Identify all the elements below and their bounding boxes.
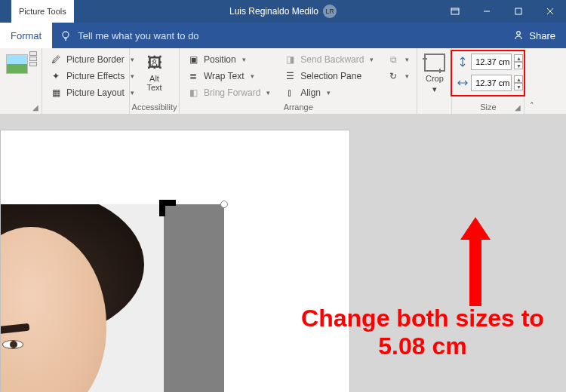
tab-format[interactable]: Format bbox=[0, 23, 52, 48]
bring-forward-icon: ◧ bbox=[187, 87, 199, 99]
share-icon bbox=[512, 29, 524, 41]
picture-effects-button[interactable]: ✦ Picture Effects ▾ bbox=[47, 69, 137, 83]
wrap-text-icon: ≣ bbox=[187, 70, 199, 82]
ribbon-tab-strip: Format Tell me what you want to do Share bbox=[0, 23, 566, 48]
chevron-down-icon: ▾ bbox=[266, 89, 270, 96]
crop-shade bbox=[164, 204, 224, 392]
chevron-down-icon: ▾ bbox=[405, 72, 409, 80]
crop-handle-top[interactable] bbox=[159, 200, 165, 216]
size-dialog-launcher[interactable]: ◢ bbox=[515, 103, 521, 112]
send-backward-button[interactable]: ◨ Send Backward ▾ bbox=[281, 53, 377, 66]
height-spin-down[interactable]: ▼ bbox=[514, 62, 523, 69]
selection-pane-label: Selection Pane bbox=[300, 71, 361, 81]
crop-button[interactable]: Crop ▾ bbox=[420, 51, 449, 95]
row-up-icon bbox=[29, 51, 37, 56]
crop-icon bbox=[423, 53, 446, 72]
selection-pane-button[interactable]: ☰ Selection Pane bbox=[281, 69, 377, 83]
group-title-accessibility: Accessibility bbox=[134, 100, 174, 114]
width-control: ▲ ▼ bbox=[457, 75, 523, 91]
selected-picture[interactable] bbox=[1, 204, 224, 392]
width-input[interactable] bbox=[471, 75, 512, 91]
position-label: Position bbox=[204, 54, 236, 65]
picture-content bbox=[1, 204, 164, 392]
document-area: Change both sizes to 5.08 cm bbox=[0, 115, 566, 392]
picture-effects-label: Picture Effects bbox=[66, 71, 125, 81]
height-icon bbox=[457, 56, 469, 68]
height-spin-up[interactable]: ▲ bbox=[514, 54, 523, 62]
send-backward-label: Send Backward bbox=[300, 54, 364, 65]
send-backward-icon: ◨ bbox=[284, 54, 296, 66]
ribbon-display-options-button[interactable] bbox=[439, 0, 471, 23]
alt-text-icon: 🖼 bbox=[143, 53, 166, 72]
minimize-button[interactable] bbox=[471, 0, 503, 23]
align-icon: ⫿ bbox=[284, 87, 296, 99]
document-user-name: Luis Reginaldo Medilo bbox=[229, 6, 318, 17]
maximize-button[interactable] bbox=[503, 0, 534, 23]
width-spin-down[interactable]: ▼ bbox=[514, 83, 523, 90]
height-control: ▲ ▼ bbox=[457, 54, 523, 70]
group-crop: Crop ▾ bbox=[417, 48, 452, 114]
position-button[interactable]: ▣ Position ▾ bbox=[184, 53, 273, 66]
context-tab-picture-tools: Picture Tools bbox=[11, 0, 74, 23]
selection-pane-icon: ☰ bbox=[284, 70, 296, 82]
alt-text-label: Alt Text bbox=[146, 74, 161, 92]
alt-text-button[interactable]: 🖼 Alt Text bbox=[140, 51, 169, 93]
picture-layout-label: Picture Layout bbox=[66, 87, 125, 98]
svg-point-9 bbox=[517, 32, 521, 35]
more-icon bbox=[29, 62, 37, 66]
picture-layout-button[interactable]: ▦ Picture Layout ▾ bbox=[47, 86, 137, 100]
height-input[interactable] bbox=[471, 54, 512, 70]
svg-rect-3 bbox=[515, 8, 521, 14]
picture-styles-more-button[interactable] bbox=[29, 51, 37, 66]
close-button[interactable] bbox=[534, 0, 566, 23]
picture-style-preset[interactable] bbox=[6, 54, 28, 74]
picture-border-button[interactable]: 🖉 Picture Border ▾ bbox=[47, 53, 137, 66]
lightbulb-icon bbox=[60, 29, 72, 41]
user-avatar[interactable]: LR bbox=[323, 5, 337, 18]
wrap-text-label: Wrap Text bbox=[204, 71, 245, 81]
group-picture-border-effects: 🖉 Picture Border ▾ ✦ Picture Effects ▾ ▦… bbox=[42, 48, 130, 114]
group-accessibility: 🖼 Alt Text Accessibility bbox=[130, 48, 180, 114]
rotate-icon: ↻ bbox=[387, 70, 399, 82]
bring-forward-button[interactable]: ◧ Bring Forward ▾ bbox=[184, 86, 273, 100]
window-controls bbox=[439, 0, 566, 23]
bring-forward-label: Bring Forward bbox=[204, 87, 260, 98]
svg-point-6 bbox=[63, 32, 69, 38]
picture-layout-icon: ▦ bbox=[50, 87, 62, 99]
chevron-down-icon: ▾ bbox=[405, 56, 409, 63]
annotation-arrow bbox=[463, 217, 488, 306]
chevron-down-icon: ▾ bbox=[251, 72, 254, 80]
ribbon: ◢ 🖉 Picture Border ▾ ✦ Picture Effects ▾… bbox=[0, 48, 566, 115]
dialog-launcher-icon[interactable]: ◢ bbox=[32, 103, 38, 112]
selection-handle[interactable] bbox=[220, 201, 228, 208]
group-title-arrange: Arrange bbox=[184, 100, 412, 114]
group-icon: ⧉ bbox=[387, 54, 399, 66]
share-button[interactable]: Share bbox=[502, 23, 566, 48]
picture-border-icon: 🖉 bbox=[50, 54, 62, 66]
group-arrange: ▣ Position ▾ ≣ Wrap Text ▾ ◧ Bring Forwa… bbox=[180, 48, 417, 114]
chevron-down-icon: ▾ bbox=[370, 56, 374, 63]
group-size: ▲ ▼ ▲ ▼ Size ◢ bbox=[452, 48, 524, 114]
picture-effects-icon: ✦ bbox=[50, 70, 62, 82]
collapse-ribbon-button[interactable]: ˄ bbox=[524, 48, 540, 114]
chevron-down-icon: ▾ bbox=[327, 89, 331, 96]
crop-label: Crop bbox=[426, 74, 444, 83]
width-spin-up[interactable]: ▲ bbox=[514, 75, 523, 83]
annotation-text: Change both sizes to 5.08 cm bbox=[279, 305, 566, 360]
tell-me-search[interactable]: Tell me what you want to do bbox=[52, 23, 206, 48]
share-label: Share bbox=[529, 30, 555, 41]
align-label: Align bbox=[300, 87, 321, 98]
wrap-text-button[interactable]: ≣ Wrap Text ▾ bbox=[184, 69, 273, 83]
picture-border-label: Picture Border bbox=[66, 54, 125, 65]
chevron-down-icon: ▾ bbox=[432, 84, 437, 93]
row-down-icon bbox=[29, 57, 37, 61]
tell-me-placeholder: Tell me what you want to do bbox=[78, 30, 198, 41]
title-bar: Picture Tools Luis Reginaldo Medilo LR bbox=[0, 0, 566, 23]
position-icon: ▣ bbox=[187, 54, 199, 66]
title-center: Luis Reginaldo Medilo LR bbox=[229, 5, 337, 18]
rotate-button[interactable]: ↻ ▾ bbox=[384, 69, 412, 83]
chevron-down-icon: ▾ bbox=[242, 56, 246, 63]
align-button[interactable]: ⫿ Align ▾ bbox=[281, 86, 377, 100]
width-icon bbox=[457, 77, 469, 89]
group-objects-button[interactable]: ⧉ ▾ bbox=[384, 53, 412, 66]
